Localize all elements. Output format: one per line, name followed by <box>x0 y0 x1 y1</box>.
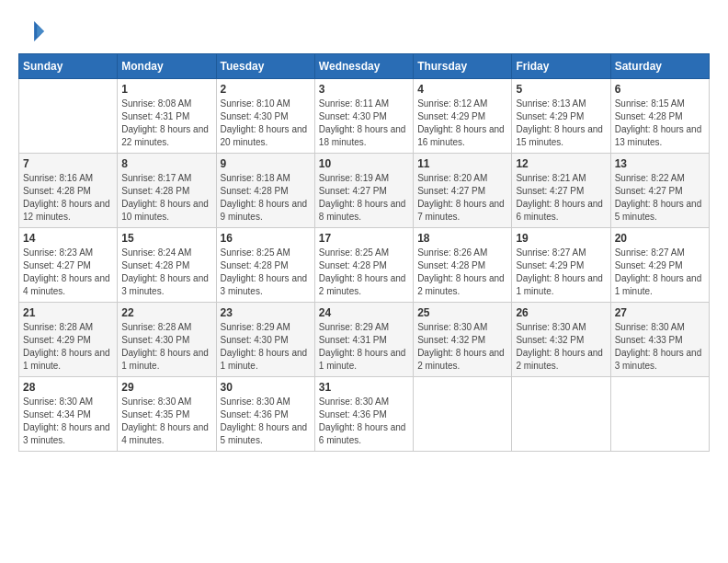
calendar-week-row: 21Sunrise: 8:28 AMSunset: 4:29 PMDayligh… <box>19 303 710 377</box>
cell-info: Sunrise: 8:13 AMSunset: 4:29 PMDaylight:… <box>516 98 606 149</box>
cell-date-number: 23 <box>221 306 311 319</box>
cell-date-number: 1 <box>121 83 211 96</box>
calendar-cell: 22Sunrise: 8:28 AMSunset: 4:30 PMDayligh… <box>118 303 216 377</box>
calendar-cell: 20Sunrise: 8:27 AMSunset: 4:29 PMDayligh… <box>610 228 709 303</box>
calendar-week-row: 14Sunrise: 8:23 AMSunset: 4:27 PMDayligh… <box>19 228 710 303</box>
cell-date-number: 25 <box>417 306 507 319</box>
cell-date-number: 5 <box>516 83 606 96</box>
calendar-cell <box>414 377 512 452</box>
cell-info: Sunrise: 8:16 AMSunset: 4:28 PMDaylight:… <box>23 172 113 224</box>
cell-info: Sunrise: 8:30 AMSunset: 4:36 PMDaylight:… <box>221 396 311 447</box>
cell-info: Sunrise: 8:30 AMSunset: 4:34 PMDaylight:… <box>23 396 113 447</box>
header-day-sunday: Sunday <box>19 54 118 79</box>
cell-date-number: 24 <box>319 306 409 319</box>
cell-date-number: 18 <box>417 232 507 245</box>
calendar-cell: 12Sunrise: 8:21 AMSunset: 4:27 PMDayligh… <box>512 154 610 228</box>
header-day-saturday: Saturday <box>610 54 709 79</box>
logo-icon <box>18 18 44 44</box>
cell-date-number: 27 <box>615 306 705 319</box>
calendar-week-row: 7Sunrise: 8:16 AMSunset: 4:28 PMDaylight… <box>19 154 710 228</box>
cell-info: Sunrise: 8:30 AMSunset: 4:32 PMDaylight:… <box>516 321 606 373</box>
cell-info: Sunrise: 8:27 AMSunset: 4:29 PMDaylight:… <box>516 247 606 298</box>
cell-info: Sunrise: 8:23 AMSunset: 4:27 PMDaylight:… <box>23 247 113 298</box>
cell-date-number: 14 <box>23 232 113 245</box>
cell-date-number: 17 <box>319 232 409 245</box>
calendar-cell: 26Sunrise: 8:30 AMSunset: 4:32 PMDayligh… <box>512 303 610 377</box>
cell-date-number: 12 <box>516 157 606 170</box>
cell-info: Sunrise: 8:10 AMSunset: 4:30 PMDaylight:… <box>221 98 311 149</box>
calendar-cell: 28Sunrise: 8:30 AMSunset: 4:34 PMDayligh… <box>19 377 118 452</box>
header-day-thursday: Thursday <box>414 54 512 79</box>
cell-info: Sunrise: 8:26 AMSunset: 4:28 PMDaylight:… <box>417 247 507 298</box>
calendar-cell: 8Sunrise: 8:17 AMSunset: 4:28 PMDaylight… <box>118 154 216 228</box>
calendar-cell: 6Sunrise: 8:15 AMSunset: 4:28 PMDaylight… <box>610 79 709 154</box>
calendar-cell: 24Sunrise: 8:29 AMSunset: 4:31 PMDayligh… <box>314 303 413 377</box>
cell-info: Sunrise: 8:28 AMSunset: 4:29 PMDaylight:… <box>23 321 113 373</box>
cell-date-number: 2 <box>221 83 311 96</box>
cell-date-number: 31 <box>319 381 409 394</box>
calendar-cell: 9Sunrise: 8:18 AMSunset: 4:28 PMDaylight… <box>216 154 314 228</box>
cell-info: Sunrise: 8:11 AMSunset: 4:30 PMDaylight:… <box>319 98 409 149</box>
calendar-cell <box>19 79 118 154</box>
page-header <box>18 18 710 44</box>
calendar-cell: 21Sunrise: 8:28 AMSunset: 4:29 PMDayligh… <box>19 303 118 377</box>
cell-date-number: 21 <box>23 306 113 319</box>
calendar-cell: 10Sunrise: 8:19 AMSunset: 4:27 PMDayligh… <box>314 154 413 228</box>
cell-info: Sunrise: 8:30 AMSunset: 4:33 PMDaylight:… <box>615 321 705 373</box>
calendar-cell: 3Sunrise: 8:11 AMSunset: 4:30 PMDaylight… <box>314 79 413 154</box>
cell-info: Sunrise: 8:25 AMSunset: 4:28 PMDaylight:… <box>221 247 311 298</box>
cell-info: Sunrise: 8:30 AMSunset: 4:36 PMDaylight:… <box>319 396 409 447</box>
cell-info: Sunrise: 8:17 AMSunset: 4:28 PMDaylight:… <box>121 172 211 224</box>
calendar-cell: 27Sunrise: 8:30 AMSunset: 4:33 PMDayligh… <box>610 303 709 377</box>
calendar-cell: 16Sunrise: 8:25 AMSunset: 4:28 PMDayligh… <box>216 228 314 303</box>
calendar-cell: 2Sunrise: 8:10 AMSunset: 4:30 PMDaylight… <box>216 79 314 154</box>
cell-info: Sunrise: 8:21 AMSunset: 4:27 PMDaylight:… <box>516 172 606 224</box>
cell-info: Sunrise: 8:15 AMSunset: 4:28 PMDaylight:… <box>615 98 705 149</box>
calendar-header-row: SundayMondayTuesdayWednesdayThursdayFrid… <box>19 54 710 79</box>
cell-info: Sunrise: 8:08 AMSunset: 4:31 PMDaylight:… <box>121 98 211 149</box>
calendar-cell: 25Sunrise: 8:30 AMSunset: 4:32 PMDayligh… <box>414 303 512 377</box>
calendar-week-row: 1Sunrise: 8:08 AMSunset: 4:31 PMDaylight… <box>19 79 710 154</box>
calendar-cell: 17Sunrise: 8:25 AMSunset: 4:28 PMDayligh… <box>314 228 413 303</box>
cell-date-number: 16 <box>221 232 311 245</box>
cell-info: Sunrise: 8:30 AMSunset: 4:32 PMDaylight:… <box>417 321 507 373</box>
cell-info: Sunrise: 8:29 AMSunset: 4:30 PMDaylight:… <box>221 321 311 373</box>
calendar-cell: 15Sunrise: 8:24 AMSunset: 4:28 PMDayligh… <box>118 228 216 303</box>
cell-info: Sunrise: 8:20 AMSunset: 4:27 PMDaylight:… <box>417 172 507 224</box>
calendar-cell: 23Sunrise: 8:29 AMSunset: 4:30 PMDayligh… <box>216 303 314 377</box>
cell-info: Sunrise: 8:18 AMSunset: 4:28 PMDaylight:… <box>221 172 311 224</box>
header-day-friday: Friday <box>512 54 610 79</box>
calendar-cell: 7Sunrise: 8:16 AMSunset: 4:28 PMDaylight… <box>19 154 118 228</box>
cell-info: Sunrise: 8:12 AMSunset: 4:29 PMDaylight:… <box>417 98 507 149</box>
cell-date-number: 19 <box>516 232 606 245</box>
calendar-cell: 31Sunrise: 8:30 AMSunset: 4:36 PMDayligh… <box>314 377 413 452</box>
cell-date-number: 3 <box>319 83 409 96</box>
calendar-cell: 1Sunrise: 8:08 AMSunset: 4:31 PMDaylight… <box>118 79 216 154</box>
svg-marker-1 <box>37 26 44 37</box>
cell-info: Sunrise: 8:19 AMSunset: 4:27 PMDaylight:… <box>319 172 409 224</box>
cell-date-number: 7 <box>23 157 113 170</box>
cell-info: Sunrise: 8:24 AMSunset: 4:28 PMDaylight:… <box>121 247 211 298</box>
cell-info: Sunrise: 8:29 AMSunset: 4:31 PMDaylight:… <box>319 321 409 373</box>
calendar-cell <box>610 377 709 452</box>
calendar-cell: 19Sunrise: 8:27 AMSunset: 4:29 PMDayligh… <box>512 228 610 303</box>
calendar-cell: 4Sunrise: 8:12 AMSunset: 4:29 PMDaylight… <box>414 79 512 154</box>
cell-date-number: 28 <box>23 381 113 394</box>
calendar-cell: 14Sunrise: 8:23 AMSunset: 4:27 PMDayligh… <box>19 228 118 303</box>
cell-date-number: 30 <box>221 381 311 394</box>
cell-date-number: 10 <box>319 157 409 170</box>
calendar-cell: 18Sunrise: 8:26 AMSunset: 4:28 PMDayligh… <box>414 228 512 303</box>
cell-date-number: 11 <box>417 157 507 170</box>
cell-date-number: 4 <box>417 83 507 96</box>
calendar-cell: 29Sunrise: 8:30 AMSunset: 4:35 PMDayligh… <box>118 377 216 452</box>
calendar-table: SundayMondayTuesdayWednesdayThursdayFrid… <box>18 53 710 452</box>
cell-date-number: 20 <box>615 232 705 245</box>
cell-date-number: 13 <box>615 157 705 170</box>
cell-date-number: 29 <box>121 381 211 394</box>
cell-info: Sunrise: 8:27 AMSunset: 4:29 PMDaylight:… <box>615 247 705 298</box>
cell-date-number: 22 <box>121 306 211 319</box>
calendar-cell: 11Sunrise: 8:20 AMSunset: 4:27 PMDayligh… <box>414 154 512 228</box>
cell-info: Sunrise: 8:22 AMSunset: 4:27 PMDaylight:… <box>615 172 705 224</box>
cell-date-number: 15 <box>121 232 211 245</box>
cell-date-number: 26 <box>516 306 606 319</box>
